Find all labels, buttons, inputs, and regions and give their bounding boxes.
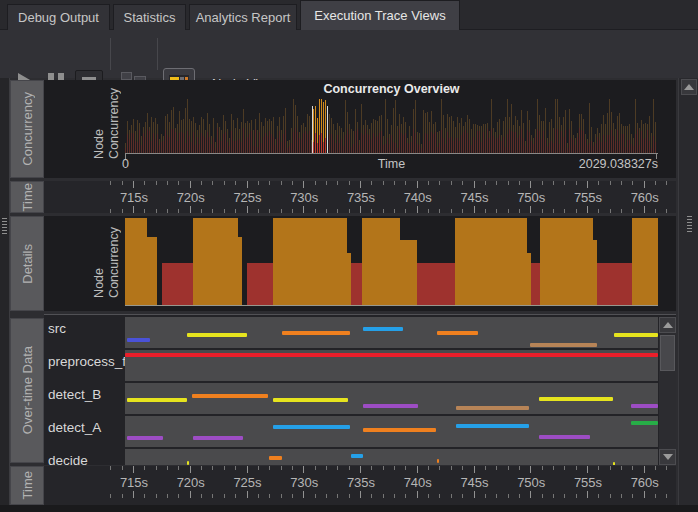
details-bar-orange[interactable]: [400, 240, 417, 305]
row-label-detect_B[interactable]: detect_B: [44, 383, 125, 414]
trace-segment-orange[interactable]: [192, 394, 268, 398]
trace-segment-orange[interactable]: [269, 456, 282, 460]
ruler-tick: [632, 209, 633, 213]
trace-segment-purple[interactable]: [539, 435, 590, 439]
trace-segment-purple[interactable]: [127, 436, 163, 440]
details-bar-orange[interactable]: [125, 218, 147, 305]
trace-segment-tan[interactable]: [530, 343, 597, 347]
overview-bar: [187, 131, 188, 153]
overview-bar: [125, 143, 126, 148]
selection-edge[interactable]: [327, 106, 328, 153]
overtime-scrollbar[interactable]: [659, 317, 676, 465]
overview-bar: [651, 148, 652, 153]
ruler-tick: [269, 494, 270, 498]
trace-segment-green[interactable]: [631, 421, 658, 425]
details-bar-orange[interactable]: [540, 218, 593, 305]
details-plot[interactable]: [125, 218, 658, 306]
sidebar-section-overtime-data[interactable]: Over-time Data: [10, 318, 44, 463]
trace-segment-cyan[interactable]: [273, 425, 350, 429]
details-bar-red[interactable]: [417, 263, 455, 305]
left-splitter[interactable]: [0, 78, 10, 505]
sidebar-section-time-bottom[interactable]: Time: [10, 466, 44, 505]
trace-segment-blue[interactable]: [127, 338, 150, 342]
panel-scrollbar[interactable]: [678, 78, 698, 505]
details-bar-orange[interactable]: [147, 237, 157, 305]
details-bar-orange[interactable]: [362, 218, 400, 305]
overview-bar: [313, 109, 314, 142]
overview-bar: [241, 122, 242, 142]
trace-segment-yellow[interactable]: [187, 461, 189, 465]
details-bar-red[interactable]: [531, 263, 540, 305]
details-bar-red[interactable]: [162, 263, 193, 305]
overview-plot[interactable]: [125, 97, 658, 154]
overview-bar: [223, 115, 224, 133]
tab-debug-output[interactable]: Debug Output: [7, 4, 110, 31]
details-bar-orange[interactable]: [632, 218, 658, 305]
time-ruler-bottom[interactable]: 715s720s725s730s735s740s745s750s755s760s: [44, 466, 676, 505]
splitter-grip[interactable]: [687, 216, 692, 232]
trace-segment-yellow[interactable]: [539, 397, 613, 401]
details-bar-red[interactable]: [351, 263, 362, 305]
trace-segment-purple[interactable]: [193, 436, 243, 440]
trace-segment-yellow[interactable]: [273, 398, 348, 402]
scroll-down-button[interactable]: [659, 449, 676, 465]
trace-segment-yellow[interactable]: [187, 333, 247, 337]
details-bar-red[interactable]: [597, 263, 632, 305]
row-lane-detect_B[interactable]: [125, 383, 658, 414]
trace-segment-yellow[interactable]: [614, 333, 658, 337]
selection-edge[interactable]: [312, 106, 313, 153]
trace-segment-cyan[interactable]: [351, 454, 363, 458]
overview-bar: [223, 134, 224, 153]
scroll-up-button[interactable]: [659, 317, 676, 333]
row-label-detect_A[interactable]: detect_A: [44, 416, 125, 447]
ruler-tick: [269, 466, 270, 470]
row-lane-detect_A[interactable]: [125, 416, 658, 447]
trace-segment-orange[interactable]: [282, 331, 350, 335]
time-ruler-top[interactable]: 715s720s725s730s735s740s745s750s755s760s: [44, 181, 676, 213]
trace-segment-purple[interactable]: [363, 404, 418, 408]
trace-segment-red[interactable]: [125, 353, 658, 357]
overview-bar: [521, 129, 522, 153]
trace-segment-tan[interactable]: [456, 406, 529, 410]
ruler-tick: [496, 181, 497, 185]
trace-segment-cyan[interactable]: [456, 424, 529, 428]
row-lane-preprocess_fu[interactable]: [125, 350, 658, 381]
details-bar-orange[interactable]: [193, 218, 238, 305]
overview-bar: [161, 134, 162, 141]
row-label-src[interactable]: src: [44, 317, 125, 348]
overview-bar: [141, 136, 142, 145]
trace-segment-orange[interactable]: [363, 428, 436, 432]
trace-segment-cyan[interactable]: [363, 327, 403, 331]
sidebar-section-time-top[interactable]: Time: [10, 181, 44, 213]
overview-bar: [229, 146, 230, 153]
tab-execution-trace-views[interactable]: Execution Trace Views: [300, 0, 460, 31]
splitter-grip[interactable]: [2, 218, 7, 234]
ruler-tick: [122, 494, 123, 498]
details-bar-orange[interactable]: [238, 237, 242, 305]
sidebar-section-details[interactable]: Details: [10, 216, 44, 311]
scroll-up-button[interactable]: [681, 79, 697, 95]
overview-bar: [631, 144, 632, 153]
row-lane-src[interactable]: [125, 317, 658, 348]
ruler-tick: [530, 466, 531, 473]
ruler-tick: [110, 466, 111, 470]
overview-bar: [233, 120, 234, 141]
tab-analytics-report[interactable]: Analytics Report: [189, 4, 297, 31]
row-lane-decide[interactable]: [125, 449, 658, 465]
trace-segment-orange[interactable]: [437, 331, 478, 335]
details-bar-orange[interactable]: [455, 218, 527, 305]
trace-segment-yellow[interactable]: [127, 398, 187, 402]
overview-bar: [367, 125, 368, 134]
overview-bar: [365, 120, 366, 129]
trace-segment-yellow[interactable]: [613, 462, 615, 465]
scrollbar-thumb[interactable]: [660, 335, 675, 371]
sidebar-section-concurrency[interactable]: Concurrency: [10, 80, 44, 178]
trace-segment-purple[interactable]: [631, 404, 658, 408]
details-bar-orange[interactable]: [273, 218, 347, 305]
trace-segment-orange[interactable]: [437, 459, 439, 463]
row-label-decide[interactable]: decide: [44, 449, 125, 465]
tab-statistics[interactable]: Statistics: [113, 4, 186, 31]
row-label-preprocess_fu[interactable]: preprocess_fu: [44, 350, 125, 381]
overview-bar: [389, 144, 390, 153]
details-bar-red[interactable]: [247, 263, 273, 305]
